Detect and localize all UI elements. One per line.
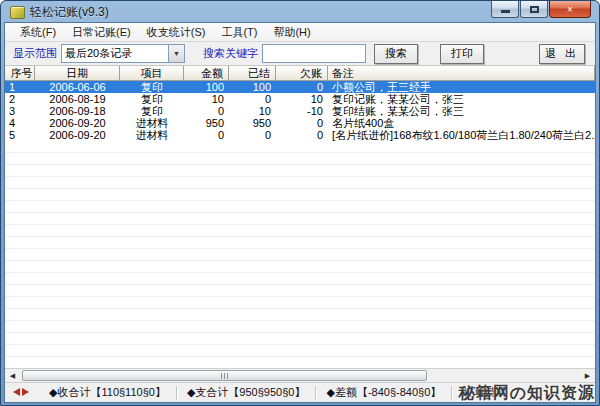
cell-owed: 10 <box>276 93 328 105</box>
title-bar: 轻松记账(v9.3) × <box>4 1 596 22</box>
scrollbar-grip <box>221 373 222 379</box>
table-row[interactable]: 5 2006-09-20 进材料 0 0 0 [名片纸进价]168布纹1.60/… <box>5 129 595 141</box>
cell-no: 2 <box>5 93 35 105</box>
horizontal-scrollbar[interactable]: ◀ ▶ <box>5 368 595 382</box>
table-row[interactable]: 4 2006-09-20 进材料 950 950 0 名片纸400盒 <box>5 117 595 129</box>
scope-dropdown-value: 最后20条记录 <box>65 46 132 61</box>
toolbar: 显示范围 最后20条记录 ▼ 搜索关键字 搜索 打印 退 出 <box>5 42 595 65</box>
table-header: 序号 日期 项目 金额 已结 欠账 备注 <box>5 66 595 81</box>
column-header-remark[interactable]: 备注 <box>328 66 595 81</box>
cell-date: 2006-09-20 <box>35 117 120 129</box>
cell-date: 2006-08-19 <box>35 93 120 105</box>
search-input[interactable] <box>262 44 366 63</box>
window-controls: × <box>491 1 591 18</box>
cell-amount: 950 <box>184 117 229 129</box>
menu-income-expense-stats[interactable]: 收支统计(S) <box>139 23 214 42</box>
status-arrows-icon <box>13 388 29 397</box>
cell-item: 复印 <box>120 105 184 117</box>
records-table: 序号 日期 项目 金额 已结 欠账 备注 1 2006-06-06 复印 100… <box>5 65 595 368</box>
cell-no: 4 <box>5 117 35 129</box>
scrollbar-thumb[interactable] <box>22 370 427 381</box>
window-title: 轻松记账(v9.3) <box>30 4 109 21</box>
column-header-date[interactable]: 日期 <box>35 66 120 81</box>
column-header-no[interactable]: 序号 <box>5 66 35 81</box>
menu-bar: 系统(F) 日常记账(E) 收支统计(S) 工具(T) 帮助(H) <box>5 23 595 42</box>
search-label: 搜索关键字 <box>203 46 258 61</box>
scope-label: 显示范围 <box>13 46 57 61</box>
cell-amount: 100 <box>184 81 229 93</box>
column-header-owed[interactable]: 欠账 <box>276 66 328 81</box>
cell-settled: 100 <box>229 81 276 93</box>
cell-date: 2006-06-06 <box>35 81 120 93</box>
menu-tools[interactable]: 工具(T) <box>213 23 265 42</box>
close-icon: × <box>567 4 573 15</box>
cell-settled: 0 <box>229 93 276 105</box>
cell-settled: 10 <box>229 105 276 117</box>
cell-item: 进材料 <box>120 117 184 129</box>
cell-owed: 0 <box>276 117 328 129</box>
menu-help[interactable]: 帮助(H) <box>265 23 318 42</box>
status-expense-total: ◆支合计【950§950§0】 <box>177 385 316 400</box>
status-income-total: ◆收合计【110§110§0】 <box>39 385 176 400</box>
cell-date: 2006-09-18 <box>35 105 120 117</box>
cell-settled: 950 <box>229 117 276 129</box>
cell-no: 3 <box>5 105 35 117</box>
cell-item: 进材料 <box>120 129 184 141</box>
table-row[interactable]: 3 2006-09-18 复印 0 10 -10 复印结账，某某公司，张三 <box>5 105 595 117</box>
cell-remark: 名片纸400盒 <box>328 117 595 129</box>
menu-system[interactable]: 系统(F) <box>12 23 64 42</box>
print-button[interactable]: 打印 <box>440 44 484 64</box>
status-mode: 改写模式 <box>452 385 516 400</box>
cell-remark: 复印记账，某某公司，张三 <box>328 93 595 105</box>
status-difference: ◆差额【-840§-840§0】 <box>316 385 451 400</box>
chevron-down-icon[interactable]: ▼ <box>168 45 184 62</box>
column-header-item[interactable]: 项目 <box>120 66 184 81</box>
cell-amount: 0 <box>184 105 229 117</box>
cell-no: 1 <box>5 81 35 93</box>
cell-no: 5 <box>5 129 35 141</box>
close-button[interactable]: × <box>549 1 591 18</box>
scope-dropdown[interactable]: 最后20条记录 ▼ <box>61 44 185 63</box>
cell-amount: 10 <box>184 93 229 105</box>
column-header-settled[interactable]: 已结 <box>229 66 276 81</box>
scroll-right-icon[interactable]: ▶ <box>580 369 595 382</box>
cell-remark: [名片纸进价]168布纹1.60/180荷兰白1.80/240荷兰白2.20 <box>328 129 595 141</box>
cell-settled: 0 <box>229 129 276 141</box>
cell-remark: 小额公司，王三经手 <box>328 81 595 93</box>
search-button[interactable]: 搜索 <box>374 44 418 64</box>
table-empty-area <box>5 141 595 368</box>
minimize-icon <box>501 10 510 13</box>
exit-button[interactable]: 退 出 <box>539 44 585 64</box>
cell-amount: 0 <box>184 129 229 141</box>
cell-owed: 0 <box>276 129 328 141</box>
cell-item: 复印 <box>120 81 184 93</box>
cell-remark: 复印结账，某某公司，张三 <box>328 105 595 117</box>
status-bar: ◆收合计【110§110§0】 ◆支合计【950§950§0】 ◆差额【-840… <box>5 382 595 402</box>
cell-item: 复印 <box>120 93 184 105</box>
scroll-left-icon[interactable]: ◀ <box>5 369 20 382</box>
maximize-icon <box>530 6 539 13</box>
app-icon[interactable] <box>10 6 25 19</box>
column-header-amount[interactable]: 金额 <box>184 66 229 81</box>
cell-owed: -10 <box>276 105 328 117</box>
app-window: 轻松记账(v9.3) × 系统(F) 日常记账(E) 收支统计(S) 工具(T)… <box>0 0 600 406</box>
maximize-button[interactable] <box>520 1 548 18</box>
table-row[interactable]: 1 2006-06-06 复印 100 100 0 小额公司，王三经手 <box>5 81 595 93</box>
menu-daily-accounting[interactable]: 日常记账(E) <box>64 23 139 42</box>
cell-date: 2006-09-20 <box>35 129 120 141</box>
cell-owed: 0 <box>276 81 328 93</box>
client-area: 系统(F) 日常记账(E) 收支统计(S) 工具(T) 帮助(H) 显示范围 最… <box>4 22 596 403</box>
table-row[interactable]: 2 2006-08-19 复印 10 0 10 复印记账，某某公司，张三 <box>5 93 595 105</box>
minimize-button[interactable] <box>491 1 519 18</box>
